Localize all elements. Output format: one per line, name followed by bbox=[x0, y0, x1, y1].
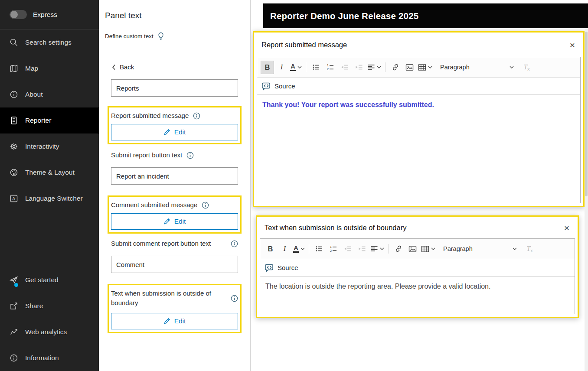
sidebar-item-get-started[interactable]: Get started bbox=[0, 267, 99, 293]
field-label-row: Report submitted message bbox=[111, 111, 238, 120]
submit-report-button-text-input[interactable] bbox=[111, 167, 238, 185]
table-button[interactable] bbox=[417, 61, 433, 74]
clear-formatting-button[interactable]: Tx bbox=[523, 242, 536, 256]
sidebar-item-share[interactable]: Share bbox=[0, 293, 99, 319]
dialog-title: Text when submission is outside of bound… bbox=[265, 224, 406, 232]
source-toggle-button[interactable]: Source bbox=[260, 259, 575, 277]
panel-form: Report submitted message Edit Submit rep… bbox=[99, 79, 250, 333]
edit-outside-boundary-button[interactable]: Edit bbox=[111, 313, 238, 329]
submit-comment-button-text-input[interactable] bbox=[111, 256, 238, 273]
chevron-down-icon bbox=[377, 66, 381, 68]
sidebar-item-language-switcher[interactable]: A Language Switcher bbox=[0, 186, 99, 212]
sidebar-item-search-settings[interactable]: Search settings bbox=[0, 29, 99, 55]
scrollbar-thumb[interactable] bbox=[585, 32, 588, 196]
paragraph-label: Paragraph bbox=[440, 64, 470, 71]
clear-formatting-button[interactable]: Tx bbox=[520, 61, 533, 74]
sidebar-item-about[interactable]: About bbox=[0, 81, 99, 107]
edit-label: Edit bbox=[174, 128, 186, 136]
field-label: Report submitted message bbox=[111, 111, 189, 120]
message-text: Thank you! Your report was successfully … bbox=[262, 101, 434, 108]
sidebar-item-label: Interactivity bbox=[25, 143, 59, 150]
rte-content-area[interactable]: The location is outside the reporting ar… bbox=[260, 277, 575, 314]
decrease-indent-button[interactable] bbox=[338, 61, 351, 74]
info-icon[interactable] bbox=[202, 202, 209, 209]
svg-text:2: 2 bbox=[327, 67, 328, 71]
sidebar-item-label: Map bbox=[25, 65, 38, 72]
toggle-knob-icon bbox=[10, 11, 18, 18]
paragraph-style-select[interactable]: Paragraph bbox=[440, 64, 514, 71]
numbered-list-button[interactable]: 12 bbox=[327, 242, 340, 256]
source-toggle-button[interactable]: Source bbox=[257, 78, 580, 95]
italic-button[interactable]: I bbox=[278, 242, 291, 256]
increase-indent-button[interactable] bbox=[352, 61, 366, 74]
bold-button[interactable]: B bbox=[264, 242, 277, 256]
chevron-down-icon bbox=[513, 247, 517, 250]
sidebar-item-label: Web analytics bbox=[25, 328, 67, 336]
font-color-button[interactable]: A bbox=[289, 61, 303, 74]
alignment-button[interactable] bbox=[369, 242, 385, 256]
rte-content-area[interactable]: Thank you! Your report was successfully … bbox=[257, 95, 580, 203]
search-icon bbox=[10, 38, 18, 47]
edit-comment-submitted-button[interactable]: Edit bbox=[111, 213, 238, 230]
toolbar-separator bbox=[388, 244, 389, 254]
edit-report-submitted-button[interactable]: Edit bbox=[111, 124, 238, 140]
sidebar-footer: Get started Share Web analytics Informat… bbox=[0, 267, 99, 371]
numbered-list-button[interactable]: 12 bbox=[323, 61, 337, 74]
close-icon[interactable]: × bbox=[569, 40, 576, 49]
toolbar-separator bbox=[309, 244, 309, 254]
increase-indent-icon bbox=[355, 63, 363, 71]
chevron-left-icon bbox=[112, 64, 116, 70]
image-button[interactable] bbox=[406, 242, 419, 256]
page-title: Panel text bbox=[105, 11, 244, 20]
bulleted-list-icon bbox=[312, 63, 320, 71]
field-label-row: Submit report button text bbox=[111, 150, 238, 160]
increase-indent-icon bbox=[358, 245, 366, 253]
sidebar-item-reporter[interactable]: Reporter bbox=[0, 107, 99, 133]
italic-button[interactable]: I bbox=[275, 61, 288, 74]
source-code-icon bbox=[261, 82, 271, 91]
map-icon bbox=[10, 64, 18, 73]
pencil-icon bbox=[163, 218, 170, 225]
info-icon[interactable] bbox=[231, 240, 238, 247]
bold-button[interactable]: B bbox=[261, 61, 274, 74]
link-button[interactable] bbox=[389, 61, 402, 74]
close-icon[interactable]: × bbox=[563, 223, 570, 232]
field-label-row: Comment submitted message bbox=[111, 200, 238, 210]
sidebar-item-web-analytics[interactable]: Web analytics bbox=[0, 319, 99, 345]
table-icon bbox=[418, 63, 426, 72]
alignment-button[interactable] bbox=[366, 61, 382, 74]
info-icon[interactable] bbox=[186, 152, 194, 159]
increase-indent-button[interactable] bbox=[355, 242, 369, 256]
image-button[interactable] bbox=[403, 61, 416, 74]
dialog-title: Report submitted message bbox=[261, 41, 347, 49]
table-button[interactable] bbox=[420, 242, 436, 256]
align-left-icon bbox=[370, 245, 378, 253]
rte-toolbar: B I A 12 bbox=[260, 239, 575, 259]
bulleted-list-button[interactable] bbox=[309, 61, 323, 74]
info-icon[interactable] bbox=[231, 295, 238, 302]
sidebar-item-information[interactable]: Information bbox=[0, 345, 99, 371]
bulleted-list-button[interactable] bbox=[312, 242, 326, 256]
sidebar-item-map[interactable]: Map bbox=[0, 55, 99, 81]
tour-highlight-outside-boundary: Text when submission is outside of bound… bbox=[108, 284, 242, 333]
font-color-icon: A bbox=[290, 63, 296, 72]
back-button[interactable]: Back bbox=[99, 57, 250, 73]
sidebar-item-interactivity[interactable]: Interactivity bbox=[0, 133, 99, 159]
message-text: The location is outside the reporting ar… bbox=[265, 283, 490, 290]
panel-heading-input[interactable] bbox=[111, 79, 238, 97]
bulleted-list-icon bbox=[315, 245, 323, 253]
link-button[interactable] bbox=[392, 242, 405, 256]
sidebar-item-theme-layout[interactable]: Theme & Layout bbox=[0, 159, 99, 186]
express-toggle[interactable] bbox=[10, 10, 27, 19]
link-icon bbox=[395, 245, 402, 253]
chevron-down-icon bbox=[380, 247, 384, 250]
report-document-icon bbox=[10, 116, 18, 125]
info-icon[interactable] bbox=[193, 112, 200, 120]
table-icon bbox=[421, 245, 429, 253]
scrollbar[interactable] bbox=[585, 28, 588, 371]
decrease-indent-button[interactable] bbox=[341, 242, 354, 256]
paragraph-style-select[interactable]: Paragraph bbox=[443, 245, 517, 252]
source-label: Source bbox=[274, 82, 295, 90]
dialog-header: Text when submission is outside of bound… bbox=[257, 217, 578, 238]
font-color-button[interactable]: A bbox=[292, 242, 306, 256]
